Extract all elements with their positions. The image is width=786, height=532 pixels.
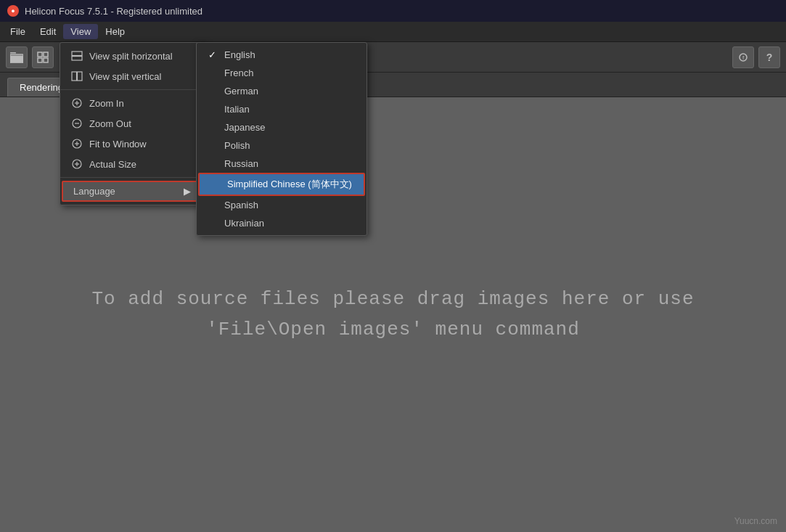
lang-simplified-chinese[interactable]: Simplified Chinese (简体中文) [198,173,365,196]
toolbar-layout[interactable] [32,46,54,68]
lang-japanese[interactable]: Japanese [197,118,367,136]
language-menu-item[interactable]: Language ▶ [62,181,202,202]
view-split-vertical[interactable]: View split vertical [60,66,204,86]
menu-edit[interactable]: Edit [33,24,63,39]
split-h-icon [70,49,83,62]
view-split-horizontal[interactable]: View split horizontal [60,46,204,66]
lang-russian[interactable]: Russian [197,155,367,173]
svg-rect-11 [72,72,77,81]
svg-rect-2 [10,55,23,62]
placeholder-line1: To add source files please drag images h… [91,285,694,315]
svg-rect-4 [44,52,48,57]
lang-italian[interactable]: Italian [197,100,367,118]
divider-2 [60,177,204,178]
watermark: Yuucn.com [734,516,777,526]
svg-rect-12 [78,72,83,81]
toolbar-help[interactable]: ? [758,46,780,68]
check-icon: ✓ [208,49,218,60]
menu-view[interactable]: View [63,24,98,39]
lang-french[interactable]: French [197,64,367,82]
svg-rect-0 [10,52,16,54]
actual-size-icon [70,157,83,171]
actual-size[interactable]: Actual Size [60,154,204,174]
app-title: Helicon Focus 7.5.1 - Registered unlimit… [25,6,202,17]
toolbar-open[interactable] [6,46,28,68]
app-icon: ● [7,5,19,17]
svg-rect-9 [72,52,82,56]
language-submenu: ✓ English French German Italian Japanese… [196,42,367,236]
zoom-out[interactable]: Zoom Out [60,113,204,134]
svg-text:f: f [742,54,745,61]
svg-rect-6 [44,58,48,62]
submenu-arrow-icon: ▶ [184,186,191,197]
split-v-icon [70,70,83,83]
placeholder-line2: 'File\Open images' menu command [91,315,694,345]
title-bar: ● Helicon Focus 7.5.1 - Registered unlim… [0,0,786,22]
svg-rect-3 [38,52,42,57]
placeholder-text: To add source files please drag images h… [91,285,694,345]
zoom-in-icon [70,97,83,110]
menu-file[interactable]: File [3,24,33,39]
lang-english[interactable]: ✓ English [197,46,367,64]
fit-to-window[interactable]: Fit to Window [60,134,204,154]
zoom-in[interactable]: Zoom In [60,93,204,113]
zoom-out-icon [70,117,83,130]
lang-spanish[interactable]: Spanish [197,196,367,214]
lang-polish[interactable]: Polish [197,136,367,155]
lang-ukrainian[interactable]: Ukrainian [197,214,367,232]
menu-help[interactable]: Help [98,24,132,39]
toolbar-share[interactable]: f [732,46,754,68]
lang-german[interactable]: German [197,82,367,100]
divider-1 [60,89,204,90]
view-dropdown: View split horizontal View split vertica… [60,42,205,205]
svg-rect-5 [38,58,42,62]
menu-bar: File Edit View Help [0,22,786,42]
fit-window-icon [70,137,83,150]
svg-rect-10 [72,57,82,61]
